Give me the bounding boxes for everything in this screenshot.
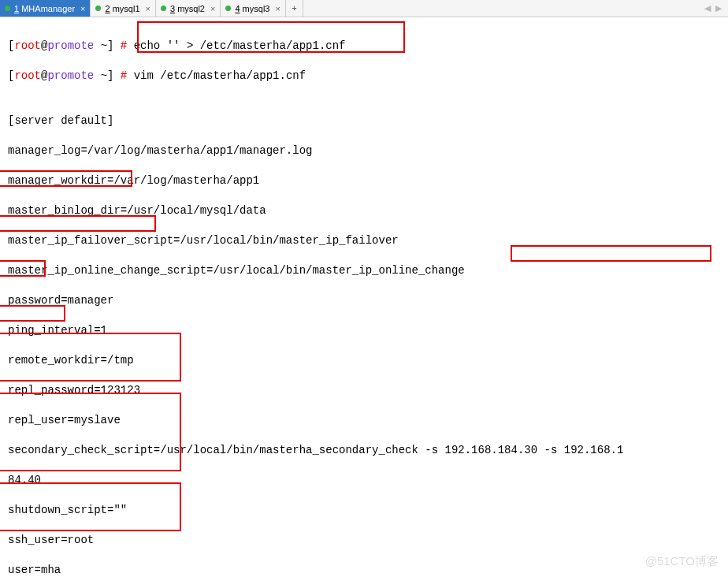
tab-mysql1[interactable]: 2 mysql1 × [91,0,155,17]
terminal-content[interactable]: [root@promote ~] # echo '' > /etc/master… [0,17,728,577]
tab-mysql2[interactable]: 3 mysql2 × [156,0,221,17]
tab-mysql3[interactable]: 4 mysql3 × [221,0,285,17]
tab-bar: 1 MHAmanager × 2 mysql1 × 3 mysql2 × 4 m… [0,0,728,17]
status-dot-icon [95,6,101,11]
tab-label: 2 mysql1 [105,4,139,13]
prompt-line: [root@promote ~] # echo '' > /etc/master… [8,39,720,54]
config-line: ssh_user=root [8,533,720,548]
prompt-line: [root@promote ~] # vim /etc/masterha/app… [8,69,720,84]
config-line: remote_workdir=/tmp [8,353,720,368]
tab-nav: ◀ ▶ [704,3,728,13]
config-line: master_binlog_dir=/usr/local/mysql/data [8,203,720,218]
nav-prev-icon[interactable]: ◀ [704,3,711,13]
highlight-box [0,393,181,471]
config-line: [server default] [8,114,720,128]
config-line: password=manager [8,293,720,308]
close-icon[interactable]: × [273,4,281,13]
status-dot-icon [5,6,10,11]
tab-mhamanager[interactable]: 1 MHAmanager × [0,0,91,17]
tab-label: 4 mysql3 [235,4,269,13]
config-line: master_ip_failover_script=/usr/local/bin… [8,233,720,248]
close-icon[interactable]: × [144,4,152,13]
command-text: vim /etc/masterha/app1.cnf [127,69,306,82]
tab-label: 3 mysql2 [170,4,205,13]
tab-label: 1 MHAmanager [14,4,75,13]
config-line: shutdown_script="" [8,503,720,518]
config-line: 84.40 [8,473,720,488]
config-line: master_ip_online_change_script=/usr/loca… [8,263,720,278]
config-line: repl_password=123123 [8,383,720,398]
config-line: user=mha [8,563,720,577]
config-line: ping_interval=1 [8,323,720,338]
config-line: manager_workdir=/var/log/masterha/app1 [8,173,720,188]
config-line: secondary_check_script=/usr/local/bin/ma… [8,443,720,458]
status-dot-icon [161,6,166,11]
config-line: repl_user=myslave [8,413,720,428]
nav-next-icon[interactable]: ▶ [715,3,722,13]
config-line: manager_log=/var/log/masterha/app1/manag… [8,143,720,158]
close-icon[interactable]: × [79,4,87,13]
add-tab-button[interactable]: + [286,0,303,17]
status-dot-icon [225,6,231,11]
close-icon[interactable]: × [209,4,217,13]
command-text: echo '' > /etc/masterha/app1.cnf [127,39,345,52]
